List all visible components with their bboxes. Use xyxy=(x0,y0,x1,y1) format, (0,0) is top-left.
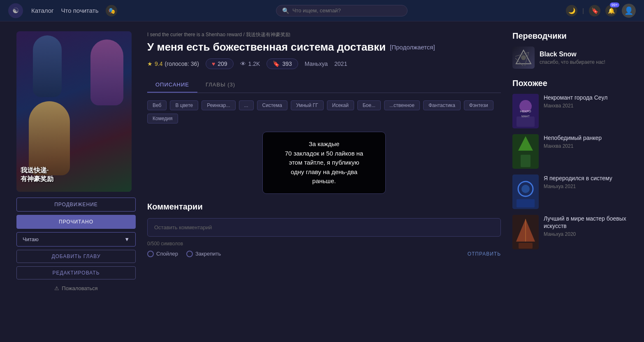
edit-button[interactable]: РЕДАКТИРОВАТЬ xyxy=(16,266,136,279)
bookmarks-pill[interactable]: 🔖 393 xyxy=(266,58,298,69)
similar-cover-3 xyxy=(512,215,539,249)
likes-count: 209 xyxy=(218,60,227,67)
left-sidebar: 我送快递·有神豪奖励 ПРОДВИЖЕНИЕ ПРОЧИТАНО Читаю ▼… xyxy=(16,31,136,291)
comment-input[interactable]: Оставить комментарий xyxy=(147,218,501,237)
bookmark-button[interactable]: 🔖 xyxy=(589,5,600,16)
center-content: I send the curier there is a Shenhao rew… xyxy=(136,31,512,291)
translator-card: Black Snow спасибо, что выбираете нас! xyxy=(512,47,628,69)
notification-button[interactable]: 🔔 99+ xyxy=(605,5,617,16)
similar-meta-0: Манхва 2021 xyxy=(544,103,607,109)
likes-pill[interactable]: ♥ 209 xyxy=(206,58,234,69)
tag-reincarn[interactable]: Реинкар... xyxy=(202,100,235,110)
spoiler-radio[interactable] xyxy=(147,251,154,257)
tag-smart-mc[interactable]: Умный ГГ xyxy=(291,100,324,110)
pin-option[interactable]: Закрепить xyxy=(186,251,221,257)
side-buttons: ПРОДВИЖЕНИЕ ПРОЧИТАНО Читаю ▼ ДОБАВИТЬ Г… xyxy=(16,198,136,291)
tooltip-popup: За каждые70 закладок и 50 лайков наэтом … xyxy=(262,132,386,194)
tabs: ОПИСАНИЕ ГЛАВЫ (3) xyxy=(147,77,501,93)
manga-subtitle: I send the curier there is a Shenhao rew… xyxy=(147,31,501,38)
svg-rect-14 xyxy=(517,199,535,207)
submit-comment-button[interactable]: ОТПРАВИТЬ xyxy=(468,251,501,257)
similar-item-3[interactable]: Лучший в мире мастер боевых искусств Ман… xyxy=(512,215,628,249)
tag-super[interactable]: ...ственное xyxy=(384,100,420,110)
tag-isekai[interactable]: Исекай xyxy=(327,100,354,110)
rating-votes: (голосов: 36) xyxy=(164,60,199,67)
nav-catalog[interactable]: Каталог xyxy=(31,7,54,14)
tag-battle[interactable]: Бое... xyxy=(357,100,381,110)
search-box[interactable]: 🔍 xyxy=(276,5,408,16)
notification-badge: 99+ xyxy=(610,2,619,7)
translator-avatar[interactable] xyxy=(512,47,535,69)
search-input[interactable] xyxy=(292,7,401,14)
nav-extra-icon[interactable]: 🎭 xyxy=(106,5,117,16)
user-avatar[interactable]: 👤 xyxy=(622,4,636,18)
tag-system[interactable]: Система xyxy=(257,100,287,110)
pin-radio[interactable] xyxy=(186,251,193,257)
tab-description[interactable]: ОПИСАНИЕ xyxy=(147,77,197,93)
similar-info-1: Непобедимый ранкер Манхва 2021 xyxy=(544,134,602,149)
search-area: 🔍 xyxy=(125,5,558,16)
comments-title: Комментарии xyxy=(147,202,501,212)
add-chapter-button[interactable]: ДОБАВИТЬ ГЛАВУ xyxy=(16,250,136,263)
logo-button[interactable]: ☯ xyxy=(8,3,23,18)
translators-title: Переводчики xyxy=(512,31,628,41)
search-icon: 🔍 xyxy=(282,7,289,14)
tag-fantasy2[interactable]: Фантастика xyxy=(423,100,461,110)
similar-meta-3: Маньхуа 2020 xyxy=(544,231,628,237)
svg-point-2 xyxy=(521,55,526,60)
tab-chapters[interactable]: ГЛАВЫ (3) xyxy=(197,77,243,93)
manga-title-text: У меня есть божественная система доставк… xyxy=(147,41,386,54)
manga-status: [Продолжается] xyxy=(390,44,435,51)
views-count: 1.2K xyxy=(248,60,260,67)
similar-cover-0: НЕКРО МАНТ xyxy=(512,94,539,128)
comment-counter: 0/500 символов xyxy=(147,241,501,247)
similar-item-1[interactable]: Непобедимый ранкер Манхва 2021 xyxy=(512,134,628,169)
translator-avatar-inner xyxy=(512,47,535,69)
right-sidebar: Переводчики Black Snow спасибо, что выби… xyxy=(512,31,628,291)
promote-button[interactable]: ПРОДВИЖЕНИЕ xyxy=(16,198,136,212)
manga-meta: ★ 9.4 (голосов: 36) ♥ 209 👁 1.2K 🔖 393 М… xyxy=(147,58,501,69)
svg-text:МАНТ: МАНТ xyxy=(521,115,530,118)
svg-text:НЕКРО: НЕКРО xyxy=(520,109,531,113)
manga-year: 2021 xyxy=(334,60,347,67)
translator-desc: спасибо, что выбираете нас! xyxy=(540,59,605,65)
similar-info-3: Лучший в мире мастер боевых искусств Ман… xyxy=(544,215,628,237)
alert-icon: ⚠ xyxy=(54,285,59,291)
similar-info-2: Я переродился в систему Маньхуа 2021 xyxy=(544,174,612,189)
similar-meta-2: Маньхуа 2021 xyxy=(544,184,612,189)
svg-rect-5 xyxy=(517,116,535,127)
heart-icon: ♥ xyxy=(212,60,215,67)
views-stat: 👁 1.2K xyxy=(240,60,260,67)
tag-web[interactable]: Веб xyxy=(147,100,167,110)
cover-text: 我送快递·有神豪奖励 xyxy=(21,166,53,184)
bookmark-icon: 🔖 xyxy=(273,60,280,67)
similar-item-2[interactable]: Я переродился в систему Маньхуа 2021 xyxy=(512,174,628,209)
spoiler-option[interactable]: Спойлер xyxy=(147,251,178,257)
status-dropdown[interactable]: Читаю ▼ xyxy=(16,232,136,247)
tag-dot1[interactable]: ... xyxy=(239,100,254,110)
report-row[interactable]: ⚠ Пожаловаться xyxy=(16,285,136,291)
tags-section: Веб В цвете Реинкар... ... Система Умный… xyxy=(147,100,501,123)
comments-section: Комментарии Оставить комментарий 0/500 с… xyxy=(147,202,501,257)
header: ☯ Каталог Что почитать 🎭 🔍 🌙 | 🔖 🔔 99+ 👤 xyxy=(0,0,644,21)
nav-read-what[interactable]: Что почитать xyxy=(61,7,99,14)
bookmarks-count: 393 xyxy=(282,60,292,67)
tag-fantasy[interactable]: Фэнтези xyxy=(464,100,493,110)
similar-meta-1: Манхва 2021 xyxy=(544,143,602,149)
theme-toggle-button[interactable]: 🌙 xyxy=(566,5,577,16)
translator-name[interactable]: Black Snow xyxy=(540,51,605,58)
manga-title: У меня есть божественная система доставк… xyxy=(147,41,501,54)
similar-name-3: Лучший в мире мастер боевых искусств xyxy=(544,215,628,230)
tag-comedy[interactable]: Комедия xyxy=(147,114,178,123)
similar-cover-2 xyxy=(512,174,539,209)
similar-name-2: Я переродился в систему xyxy=(544,174,612,182)
tag-color[interactable]: В цвете xyxy=(170,100,198,110)
read-button[interactable]: ПРОЧИТАНО xyxy=(16,215,136,229)
svg-rect-17 xyxy=(519,243,533,249)
similar-item-0[interactable]: НЕКРО МАНТ Некромант города Сеул Манхва … xyxy=(512,94,628,128)
manga-type: Маньхуа xyxy=(305,60,328,67)
similar-info-0: Некромант города Сеул Манхва 2021 xyxy=(544,94,607,109)
rating-display: ★ 9.4 (голосов: 36) xyxy=(147,60,199,67)
similar-name-1: Непобедимый ранкер xyxy=(544,134,602,142)
divider: | xyxy=(582,7,584,14)
